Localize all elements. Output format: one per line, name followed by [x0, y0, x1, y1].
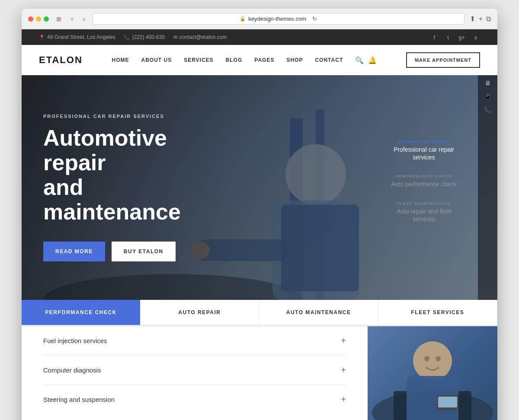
read-more-button[interactable]: READ MORE — [43, 242, 105, 261]
service-name-steering: Steering and suspension — [43, 396, 115, 403]
services-list: Fuel injection services + Computer diagn… — [22, 326, 368, 420]
nav-about[interactable]: ABOUT US — [141, 57, 172, 63]
nav-home[interactable]: HOME — [112, 57, 129, 63]
address-item: 📍 49 Grand Street, Los Angeles — [39, 34, 115, 40]
browser-chrome: ⊞ ‹ › 🔒 keydesign-themes.com ↻ ⬆ + ⧉ — [22, 9, 497, 29]
new-tab-button[interactable]: + — [479, 15, 483, 23]
address-text: 49 Grand Street, Los Angeles — [47, 34, 115, 40]
phone-text: (222) 400-630 — [132, 34, 164, 40]
nav-blog[interactable]: BLOG — [226, 57, 243, 63]
refresh-icon[interactable]: ↻ — [312, 16, 317, 22]
nav-contact[interactable]: CONTACT — [315, 57, 343, 63]
skype-link[interactable]: s — [471, 33, 480, 41]
nav-pages[interactable]: PAGES — [254, 57, 274, 63]
cart-button[interactable]: 🔔 — [368, 56, 377, 64]
minimize-dot[interactable] — [36, 16, 41, 22]
slide-title-1: Professional car repair services — [385, 146, 463, 161]
service-expand-fuel[interactable]: + — [341, 336, 346, 346]
appointment-button[interactable]: MAKE APPOINTMENT — [406, 52, 480, 68]
back-button[interactable]: ‹ — [69, 14, 75, 24]
top-bar: 📍 49 Grand Street, Los Angeles 📞 (222) 4… — [22, 29, 497, 45]
email-item: ✉ contact@etalon.com — [173, 34, 227, 40]
tab-fleet-services[interactable]: FLEET SERVICES — [378, 300, 497, 325]
slide-label-3: FLEET MAINTENANCE — [385, 201, 463, 205]
top-bar-left: 📍 49 Grand Street, Los Angeles 📞 (222) 4… — [39, 34, 227, 40]
hero-section: PROFESSIONAL CAR REPAIR SERVICES Automot… — [22, 75, 497, 300]
service-tabs: PERFORMANCE CHECK AUTO REPAIR AUTO MAINT… — [22, 300, 497, 326]
slide-title-3: Auto repair and fleet services — [385, 207, 463, 223]
nav-utility-icons: 🔍 🔔 — [355, 56, 377, 64]
hero-buttons: READ MORE BUY ETALON — [43, 242, 225, 261]
sidebar-toggle-button[interactable]: ⊞ — [54, 15, 64, 23]
services-section: Fuel injection services + Computer diagn… — [22, 326, 497, 420]
buy-etalon-button[interactable]: BUY ETALON — [112, 242, 176, 261]
share-button[interactable]: ⬆ — [470, 15, 475, 23]
google-link[interactable]: g+ — [458, 33, 466, 41]
close-dot[interactable] — [28, 16, 33, 22]
tabs-button[interactable]: ⧉ — [486, 15, 491, 23]
main-nav: ETALON HOME ABOUT US SERVICES BLOG PAGES… — [22, 45, 497, 75]
slide-label-1: AUTOMOTIVE REPAIR — [385, 140, 463, 144]
phone-small-icon[interactable]: 📞 — [484, 106, 491, 113]
location-icon: 📍 — [39, 35, 45, 40]
service-name-diagnosis: Computer diagnosis — [43, 366, 101, 374]
browser-actions: ⬆ + ⧉ — [470, 15, 491, 23]
monitor-icon[interactable]: 🖥 — [485, 80, 491, 86]
slide-title-2: Auto performance check — [385, 180, 463, 188]
nav-shop[interactable]: SHOP — [286, 57, 303, 63]
nav-services[interactable]: SERVICES — [184, 57, 213, 63]
svg-point-17 — [436, 356, 441, 361]
service-item-fuel[interactable]: Fuel injection services + — [43, 326, 346, 356]
slide-item-3[interactable]: FLEET MAINTENANCE Auto repair and fleet … — [385, 201, 463, 223]
svg-point-14 — [413, 341, 452, 380]
lock-icon: 🔒 — [240, 16, 246, 22]
tab-auto-repair[interactable]: AUTO REPAIR — [140, 300, 259, 325]
service-expand-diagnosis[interactable]: + — [341, 365, 346, 375]
slide-item-2[interactable]: PERFORMANCE CHECK Auto performance check — [385, 174, 463, 188]
phone-icon: 📞 — [124, 35, 130, 40]
tab-auto-maintenance[interactable]: AUTO MAINTENANCE — [260, 300, 378, 325]
service-item-diagnosis[interactable]: Computer diagnosis + — [43, 356, 346, 385]
svg-rect-19 — [438, 397, 457, 407]
social-links: f t g+ s — [430, 33, 480, 41]
services-image — [368, 326, 497, 420]
mechanic-image — [368, 326, 497, 420]
search-button[interactable]: 🔍 — [355, 56, 364, 64]
svg-point-16 — [424, 356, 429, 361]
slide-item-1[interactable]: AUTOMOTIVE REPAIR Professional car repai… — [385, 140, 463, 161]
tab-performance-check[interactable]: PERFORMANCE CHECK — [22, 300, 140, 325]
email-icon: ✉ — [173, 35, 177, 40]
twitter-link[interactable]: t — [444, 33, 452, 41]
site-logo[interactable]: ETALON — [39, 54, 83, 66]
hero-title: Automotive repair and maintenance — [43, 126, 225, 225]
slide-label-2: PERFORMANCE CHECK — [385, 174, 463, 178]
slider-sidebar: 🖥 📱 📞 — [478, 75, 497, 300]
service-item-steering[interactable]: Steering and suspension + — [43, 385, 346, 414]
phone-item: 📞 (222) 400-630 — [124, 34, 164, 40]
email-text: contact@etalon.com — [179, 34, 227, 40]
browser-window: ⊞ ‹ › 🔒 keydesign-themes.com ↻ ⬆ + ⧉ 📍 4… — [22, 9, 497, 420]
url-text: keydesign-themes.com — [248, 16, 306, 22]
forward-button[interactable]: › — [80, 14, 87, 24]
website-content: 📍 49 Grand Street, Los Angeles 📞 (222) 4… — [22, 29, 497, 420]
address-bar[interactable]: 🔒 keydesign-themes.com ↻ — [93, 13, 465, 25]
browser-dots — [28, 16, 49, 22]
service-name-fuel: Fuel injection services — [43, 337, 107, 344]
hero-subtitle: PROFESSIONAL CAR REPAIR SERVICES — [43, 114, 225, 119]
hero-content: PROFESSIONAL CAR REPAIR SERVICES Automot… — [22, 75, 247, 300]
service-expand-steering[interactable]: + — [341, 395, 346, 404]
nav-links: HOME ABOUT US SERVICES BLOG PAGES SHOP C… — [112, 56, 377, 64]
facebook-link[interactable]: f — [430, 33, 439, 41]
maximize-dot[interactable] — [44, 16, 49, 22]
tablet-icon[interactable]: 📱 — [484, 93, 491, 100]
hero-slide-panel: AUTOMOTIVE REPAIR Professional car repai… — [385, 140, 463, 236]
